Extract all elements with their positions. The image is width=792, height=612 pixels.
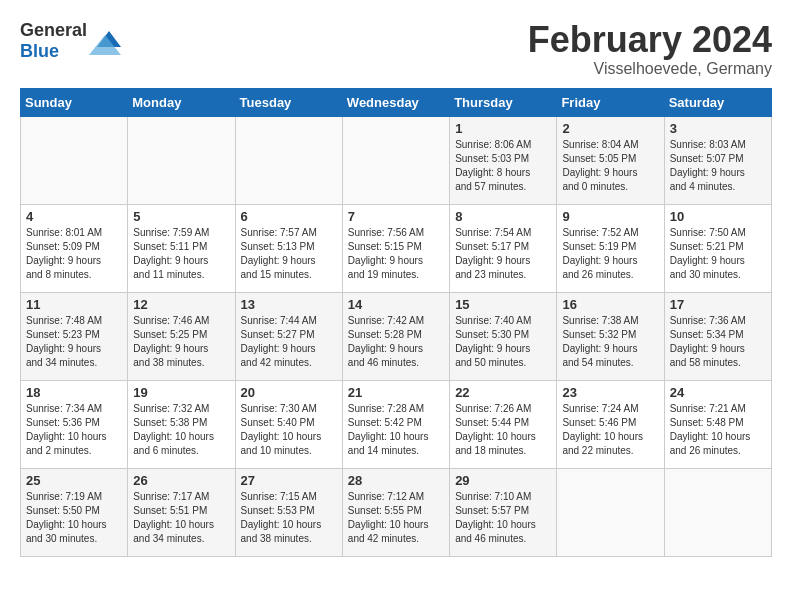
- day-number: 24: [670, 385, 766, 400]
- calendar-cell: 20Sunrise: 7:30 AM Sunset: 5:40 PM Dayli…: [235, 380, 342, 468]
- calendar-cell: [557, 468, 664, 556]
- day-number: 1: [455, 121, 551, 136]
- day-number: 11: [26, 297, 122, 312]
- calendar-cell: 14Sunrise: 7:42 AM Sunset: 5:28 PM Dayli…: [342, 292, 449, 380]
- day-number: 23: [562, 385, 658, 400]
- day-number: 9: [562, 209, 658, 224]
- calendar-cell: [664, 468, 771, 556]
- day-info: Sunrise: 7:15 AM Sunset: 5:53 PM Dayligh…: [241, 490, 337, 546]
- calendar-cell: 12Sunrise: 7:46 AM Sunset: 5:25 PM Dayli…: [128, 292, 235, 380]
- day-info: Sunrise: 7:38 AM Sunset: 5:32 PM Dayligh…: [562, 314, 658, 370]
- day-number: 22: [455, 385, 551, 400]
- day-info: Sunrise: 7:24 AM Sunset: 5:46 PM Dayligh…: [562, 402, 658, 458]
- calendar-cell: 9Sunrise: 7:52 AM Sunset: 5:19 PM Daylig…: [557, 204, 664, 292]
- calendar-cell: 25Sunrise: 7:19 AM Sunset: 5:50 PM Dayli…: [21, 468, 128, 556]
- day-number: 15: [455, 297, 551, 312]
- calendar-cell: 3Sunrise: 8:03 AM Sunset: 5:07 PM Daylig…: [664, 116, 771, 204]
- day-info: Sunrise: 8:04 AM Sunset: 5:05 PM Dayligh…: [562, 138, 658, 194]
- header-sunday: Sunday: [21, 88, 128, 116]
- calendar-cell: [21, 116, 128, 204]
- calendar-table: SundayMondayTuesdayWednesdayThursdayFrid…: [20, 88, 772, 557]
- logo: General Blue: [20, 20, 121, 62]
- calendar-cell: 29Sunrise: 7:10 AM Sunset: 5:57 PM Dayli…: [450, 468, 557, 556]
- calendar-cell: 10Sunrise: 7:50 AM Sunset: 5:21 PM Dayli…: [664, 204, 771, 292]
- day-number: 4: [26, 209, 122, 224]
- calendar-cell: 18Sunrise: 7:34 AM Sunset: 5:36 PM Dayli…: [21, 380, 128, 468]
- calendar-cell: 16Sunrise: 7:38 AM Sunset: 5:32 PM Dayli…: [557, 292, 664, 380]
- day-info: Sunrise: 7:36 AM Sunset: 5:34 PM Dayligh…: [670, 314, 766, 370]
- title-area: February 2024 Visselhoevede, Germany: [528, 20, 772, 78]
- day-info: Sunrise: 7:48 AM Sunset: 5:23 PM Dayligh…: [26, 314, 122, 370]
- calendar-cell: 26Sunrise: 7:17 AM Sunset: 5:51 PM Dayli…: [128, 468, 235, 556]
- month-year-title: February 2024: [528, 20, 772, 60]
- header-thursday: Thursday: [450, 88, 557, 116]
- day-number: 17: [670, 297, 766, 312]
- day-number: 19: [133, 385, 229, 400]
- logo-text: General Blue: [20, 20, 87, 62]
- day-info: Sunrise: 7:50 AM Sunset: 5:21 PM Dayligh…: [670, 226, 766, 282]
- day-info: Sunrise: 7:57 AM Sunset: 5:13 PM Dayligh…: [241, 226, 337, 282]
- day-number: 6: [241, 209, 337, 224]
- calendar-cell: 15Sunrise: 7:40 AM Sunset: 5:30 PM Dayli…: [450, 292, 557, 380]
- calendar-week-2: 4Sunrise: 8:01 AM Sunset: 5:09 PM Daylig…: [21, 204, 772, 292]
- day-info: Sunrise: 7:30 AM Sunset: 5:40 PM Dayligh…: [241, 402, 337, 458]
- day-number: 25: [26, 473, 122, 488]
- calendar-cell: [342, 116, 449, 204]
- day-number: 2: [562, 121, 658, 136]
- day-number: 10: [670, 209, 766, 224]
- day-number: 5: [133, 209, 229, 224]
- day-number: 13: [241, 297, 337, 312]
- calendar-cell: 8Sunrise: 7:54 AM Sunset: 5:17 PM Daylig…: [450, 204, 557, 292]
- day-number: 26: [133, 473, 229, 488]
- calendar-cell: 1Sunrise: 8:06 AM Sunset: 5:03 PM Daylig…: [450, 116, 557, 204]
- calendar-cell: 7Sunrise: 7:56 AM Sunset: 5:15 PM Daylig…: [342, 204, 449, 292]
- calendar-header-row: SundayMondayTuesdayWednesdayThursdayFrid…: [21, 88, 772, 116]
- day-info: Sunrise: 7:28 AM Sunset: 5:42 PM Dayligh…: [348, 402, 444, 458]
- calendar-week-5: 25Sunrise: 7:19 AM Sunset: 5:50 PM Dayli…: [21, 468, 772, 556]
- day-number: 27: [241, 473, 337, 488]
- calendar-cell: 11Sunrise: 7:48 AM Sunset: 5:23 PM Dayli…: [21, 292, 128, 380]
- day-info: Sunrise: 7:42 AM Sunset: 5:28 PM Dayligh…: [348, 314, 444, 370]
- calendar-cell: 5Sunrise: 7:59 AM Sunset: 5:11 PM Daylig…: [128, 204, 235, 292]
- day-number: 29: [455, 473, 551, 488]
- day-info: Sunrise: 7:17 AM Sunset: 5:51 PM Dayligh…: [133, 490, 229, 546]
- day-number: 8: [455, 209, 551, 224]
- day-info: Sunrise: 8:03 AM Sunset: 5:07 PM Dayligh…: [670, 138, 766, 194]
- calendar-cell: 27Sunrise: 7:15 AM Sunset: 5:53 PM Dayli…: [235, 468, 342, 556]
- calendar-cell: 19Sunrise: 7:32 AM Sunset: 5:38 PM Dayli…: [128, 380, 235, 468]
- day-number: 16: [562, 297, 658, 312]
- day-number: 14: [348, 297, 444, 312]
- calendar-week-3: 11Sunrise: 7:48 AM Sunset: 5:23 PM Dayli…: [21, 292, 772, 380]
- calendar-cell: 2Sunrise: 8:04 AM Sunset: 5:05 PM Daylig…: [557, 116, 664, 204]
- day-info: Sunrise: 7:21 AM Sunset: 5:48 PM Dayligh…: [670, 402, 766, 458]
- calendar-cell: 13Sunrise: 7:44 AM Sunset: 5:27 PM Dayli…: [235, 292, 342, 380]
- calendar-cell: 17Sunrise: 7:36 AM Sunset: 5:34 PM Dayli…: [664, 292, 771, 380]
- calendar-cell: 4Sunrise: 8:01 AM Sunset: 5:09 PM Daylig…: [21, 204, 128, 292]
- day-info: Sunrise: 7:59 AM Sunset: 5:11 PM Dayligh…: [133, 226, 229, 282]
- day-info: Sunrise: 7:56 AM Sunset: 5:15 PM Dayligh…: [348, 226, 444, 282]
- day-info: Sunrise: 7:40 AM Sunset: 5:30 PM Dayligh…: [455, 314, 551, 370]
- logo-icon: [89, 27, 121, 55]
- header-wednesday: Wednesday: [342, 88, 449, 116]
- day-number: 12: [133, 297, 229, 312]
- calendar-cell: [235, 116, 342, 204]
- day-info: Sunrise: 7:46 AM Sunset: 5:25 PM Dayligh…: [133, 314, 229, 370]
- calendar-week-4: 18Sunrise: 7:34 AM Sunset: 5:36 PM Dayli…: [21, 380, 772, 468]
- day-info: Sunrise: 7:44 AM Sunset: 5:27 PM Dayligh…: [241, 314, 337, 370]
- day-info: Sunrise: 7:34 AM Sunset: 5:36 PM Dayligh…: [26, 402, 122, 458]
- calendar-cell: 23Sunrise: 7:24 AM Sunset: 5:46 PM Dayli…: [557, 380, 664, 468]
- calendar-cell: 22Sunrise: 7:26 AM Sunset: 5:44 PM Dayli…: [450, 380, 557, 468]
- header-monday: Monday: [128, 88, 235, 116]
- page-header: General Blue February 2024 Visselhoevede…: [20, 20, 772, 78]
- day-info: Sunrise: 7:19 AM Sunset: 5:50 PM Dayligh…: [26, 490, 122, 546]
- day-number: 18: [26, 385, 122, 400]
- location-subtitle: Visselhoevede, Germany: [528, 60, 772, 78]
- day-info: Sunrise: 7:54 AM Sunset: 5:17 PM Dayligh…: [455, 226, 551, 282]
- day-info: Sunrise: 8:01 AM Sunset: 5:09 PM Dayligh…: [26, 226, 122, 282]
- day-info: Sunrise: 7:52 AM Sunset: 5:19 PM Dayligh…: [562, 226, 658, 282]
- calendar-cell: 28Sunrise: 7:12 AM Sunset: 5:55 PM Dayli…: [342, 468, 449, 556]
- day-number: 3: [670, 121, 766, 136]
- day-info: Sunrise: 7:32 AM Sunset: 5:38 PM Dayligh…: [133, 402, 229, 458]
- day-info: Sunrise: 7:10 AM Sunset: 5:57 PM Dayligh…: [455, 490, 551, 546]
- day-info: Sunrise: 7:12 AM Sunset: 5:55 PM Dayligh…: [348, 490, 444, 546]
